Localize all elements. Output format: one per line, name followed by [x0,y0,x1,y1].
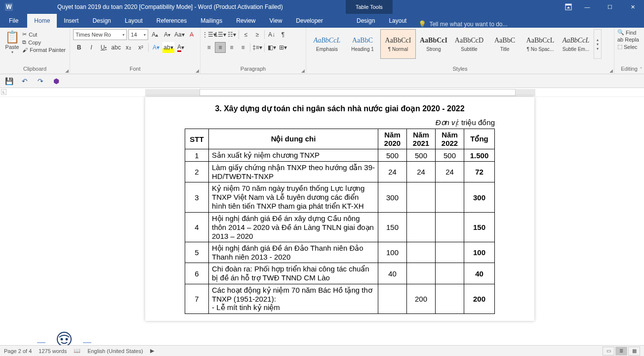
replace-button[interactable]: abRepla [617,37,641,43]
bold-button[interactable]: B [73,42,85,53]
table-row[interactable]: 5Hội nghị đánh giá Đề án Đảo Thanh niên … [185,242,495,263]
doc-heading[interactable]: 3. Xây dựng dự toán chi ngân sách nhà nư… [185,104,495,113]
save-button[interactable]: 💾 [4,76,14,86]
tab-table-layout[interactable]: Layout [382,14,413,28]
table-row[interactable]: 3Kỷ niệm 70 năm ngày truyền thống Lực lư… [185,182,495,213]
underline-button[interactable]: U▾ [98,42,110,53]
styles-more-button[interactable]: ▴▾▾ [594,29,602,59]
font-name-combo[interactable]: Times New Ro▾ [73,29,127,40]
ribbon-display-options-icon[interactable] [561,0,576,14]
borders-button[interactable]: ⊞▾ [278,42,288,53]
web-layout-button[interactable]: ▦ [628,347,640,356]
col-noidung[interactable]: Nội dung chi [209,129,378,149]
tab-design[interactable]: Design [85,14,118,28]
justify-button[interactable]: ≡ [238,42,248,53]
bullets-button[interactable]: ⋮☰▾ [203,29,214,40]
superscript-button[interactable]: x² [135,42,147,53]
style-title[interactable]: AaBbCTitle [487,29,523,59]
decrease-indent-button[interactable]: ≤ [241,29,251,40]
language-indicator[interactable]: English (United States) [87,348,143,354]
col-2021[interactable]: Năm 2021 [407,129,436,149]
align-center-button[interactable]: ≡ [215,42,226,53]
print-layout-button[interactable]: ≣ [615,347,627,356]
shading-button[interactable]: ◧▾ [266,42,277,53]
table-row[interactable]: 1Sản xuất kỷ niệm chương TNXP5005005001.… [185,149,495,162]
numbering-button[interactable]: 1☰▾ [215,29,226,40]
tab-developer[interactable]: Developer [289,14,330,28]
table-row[interactable]: 7Các hoạt động kỷ niệm 70 năm Bác Hồ tặn… [185,284,495,314]
tab-mailings[interactable]: Mailings [194,14,229,28]
format-painter-button[interactable]: 🖌Format Painter [22,47,66,53]
select-button[interactable]: ⬚Selec [617,44,641,50]
undo-button[interactable]: ↶ [20,76,30,86]
tab-review[interactable]: Review [229,14,262,28]
paste-button[interactable]: 📋 Paste ▾ [3,29,21,65]
page-indicator[interactable]: Page 2 of 4 [4,348,32,354]
maximize-button[interactable]: ☐ [599,0,621,14]
style--normal[interactable]: AaBbCcI¶ Normal [380,29,416,59]
align-right-button[interactable]: ≡ [226,42,237,53]
ruler-toggle[interactable]: L [1,89,6,95]
tab-file[interactable]: File [0,14,27,28]
subscript-button[interactable]: x₂ [122,42,134,53]
minimize-button[interactable]: — [576,0,599,14]
tab-references[interactable]: References [150,14,194,28]
col-tong[interactable]: Tổng [464,129,495,149]
align-left-button[interactable]: ≡ [203,42,214,53]
cut-button[interactable]: ✂Cut [22,31,66,38]
tab-view[interactable]: View [263,14,289,28]
clipboard-dialog-launcher[interactable]: ◢ [65,68,69,73]
table-row[interactable]: 4Hội nghị đánh giá Đề án xây dựng Cầu nô… [185,213,495,242]
increase-indent-button[interactable]: ≥ [252,29,263,40]
tab-insert[interactable]: Insert [57,14,85,28]
paragraph-dialog-launcher[interactable]: ◢ [301,68,305,73]
table-row[interactable]: 6Chi đoàn ra: Phối hợp triển khai công t… [185,263,495,284]
qat-custom-button[interactable]: ⬢ [51,76,61,86]
line-spacing-button[interactable]: ‡≡▾ [252,42,263,53]
highlight-button[interactable]: ab▾ [162,42,174,53]
tell-me-search[interactable]: 💡 Tell me what you want to do... [418,20,507,28]
style-subtitle[interactable]: AaBbCcDSubtitle [451,29,487,59]
sort-button[interactable]: A↓ [266,29,277,40]
close-button[interactable]: ✕ [621,0,644,14]
show-marks-button[interactable]: ¶ [278,29,288,40]
document-area[interactable]: L 3. Xây dựng dự toán chi ngân sách nhà … [0,88,644,345]
multilevel-button[interactable]: ☷▾ [226,29,237,40]
style-emphasis[interactable]: AaBbCcLEmphasis [309,29,345,59]
text-effects-button[interactable]: A▾ [150,42,162,53]
style-strong[interactable]: AaBbCcIStrong [416,29,451,59]
font-color-button[interactable]: A▾ [175,42,187,53]
table-header-row[interactable]: STT Nội dung chi Năm 2020 Năm 2021 Năm 2… [185,129,495,149]
style-subtle-em-[interactable]: AaBbCcLSubtle Em... [558,29,594,59]
macro-indicator[interactable]: ▶ [150,348,154,354]
find-button[interactable]: 🔍Find [617,29,641,36]
horizontal-ruler[interactable]: L [0,88,644,97]
grow-font-button[interactable]: A▴ [150,29,161,40]
col-2022[interactable]: Năm 2022 [436,129,464,149]
tab-table-design[interactable]: Design [350,14,382,28]
copy-button[interactable]: ⧉Copy [22,39,66,45]
word-count[interactable]: 1275 words [39,348,67,354]
document-page[interactable]: 3. Xây dựng dự toán chi ngân sách nhà nư… [145,97,534,321]
spellcheck-icon[interactable]: 📖 [74,348,80,354]
tab-layout[interactable]: Layout [118,14,150,28]
style-heading-1[interactable]: AaBbCHeading 1 [345,29,380,59]
redo-button[interactable]: ↷ [36,76,45,86]
collapse-ribbon-button[interactable]: ˆ [640,67,642,73]
table-row[interactable]: 2Làm giấy chứng nhận TNXP theo hướng dẫn… [185,162,495,182]
clear-formatting-button[interactable]: A̶ [186,29,197,40]
shrink-font-button[interactable]: A▾ [162,29,173,40]
col-stt[interactable]: STT [185,129,209,149]
budget-table[interactable]: STT Nội dung chi Năm 2020 Năm 2021 Năm 2… [185,129,495,314]
tab-home[interactable]: Home [27,14,57,28]
col-2020[interactable]: Năm 2020 [378,129,407,149]
font-size-combo[interactable]: 14▾ [128,29,148,40]
change-case-button[interactable]: Aa▾ [174,29,185,40]
doc-unit[interactable]: Đơn vị: triệu đồng [185,118,495,127]
read-mode-button[interactable]: ▭ [603,347,614,356]
style--no-spac-[interactable]: AaBbCcL¶ No Spac... [523,29,558,59]
italic-button[interactable]: I [85,42,97,53]
styles-dialog-launcher[interactable]: ◢ [609,68,613,73]
font-dialog-launcher[interactable]: ◢ [196,68,199,73]
strikethrough-button[interactable]: abc [110,42,122,53]
